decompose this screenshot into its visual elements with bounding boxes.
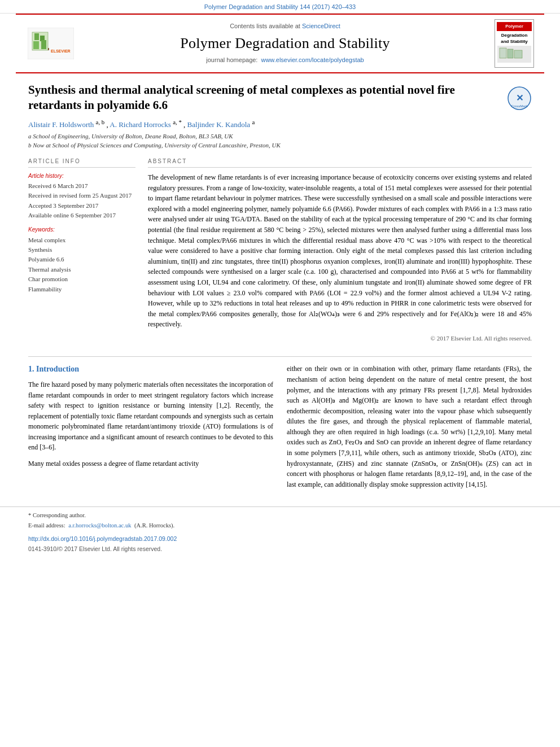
svg-text:✕: ✕	[516, 93, 523, 103]
intro-para-1: The fire hazard posed by many polymeric …	[28, 379, 273, 453]
history-label: Article history:	[28, 172, 135, 180]
abstract-text: The development of new flame retardants …	[148, 172, 532, 330]
section-divider	[28, 356, 532, 357]
svg-rect-10	[508, 49, 513, 58]
body-text-area: 1. Introduction The fire hazard posed by…	[0, 364, 560, 506]
keyword-5: Char promotion	[28, 275, 135, 283]
journal-reference: Polymer Degradation and Stability 144 (2…	[204, 3, 356, 10]
email-label: E-mail address:	[28, 522, 65, 528]
svg-rect-11	[514, 50, 522, 58]
svg-text:CrossMark: CrossMark	[511, 104, 528, 108]
body-col-left: 1. Introduction The fire hazard posed by…	[28, 364, 273, 495]
top-bar: Polymer Degradation and Stability 144 (2…	[0, 0, 560, 14]
author-1: Alistair F. Holdsworth	[28, 120, 94, 129]
journal-title: Polymer Degradation and Stability	[81, 33, 489, 54]
issn-line: 0141-3910/© 2017 Elsevier Ltd. All right…	[28, 545, 532, 553]
svg-rect-4	[33, 41, 39, 49]
keyword-6: Flammability	[28, 285, 135, 294]
homepage-link[interactable]: www.elsevier.com/locate/polydegstab	[261, 56, 364, 63]
received-revised: Received in revised form 25 August 2017	[28, 191, 135, 200]
journal-header-center: Contents lists available at ScienceDirec…	[81, 22, 489, 64]
doi-link[interactable]: http://dx.doi.org/10.1016/j.polymdegrads…	[28, 535, 177, 542]
journal-logo-box: Polymer Degradation and Stability	[495, 19, 534, 67]
available-online: Available online 6 September 2017	[28, 211, 135, 220]
article-info-label: ARTICLE INFO	[28, 158, 135, 168]
elsevier-tree-icon: ELSEVIER	[28, 28, 74, 59]
authors-line: Alistair F. Holdsworth a, b , A. Richard…	[28, 118, 532, 130]
affiliation-a: a School of Engineering, University of B…	[28, 132, 532, 141]
received-date: Received 6 March 2017	[28, 182, 135, 190]
affiliations: a School of Engineering, University of B…	[28, 132, 532, 150]
logo-graphic	[497, 46, 531, 63]
author-3: Baljinder K. Kandola	[187, 120, 251, 129]
article-title: Synthesis and thermal analytical screeni…	[28, 82, 501, 113]
body-col-right: either on their own or in combination wi…	[287, 364, 532, 495]
abstract-column: ABSTRACT The development of new flame re…	[148, 158, 532, 343]
elsevier-logo: ELSEVIER	[26, 28, 76, 59]
two-column-section: ARTICLE INFO Article history: Received 6…	[28, 158, 532, 343]
intro-heading: 1. Introduction	[28, 364, 273, 375]
email-line: E-mail address: a.r.horrocks@bolton.ac.u…	[28, 522, 532, 530]
article-title-row: Synthesis and thermal analytical screeni…	[28, 82, 532, 113]
abstract-label: ABSTRACT	[148, 158, 532, 168]
email-link[interactable]: a.r.horrocks@bolton.ac.uk	[68, 522, 131, 528]
logo-text: Degradation and Stability	[497, 32, 532, 45]
copyright-line: © 2017 Elsevier Ltd. All rights reserved…	[148, 334, 532, 343]
sciencedirect-link[interactable]: ScienceDirect	[302, 23, 340, 29]
keyword-3: Polyamide 6.6	[28, 255, 135, 264]
sciencedirect-line: Contents lists available at ScienceDirec…	[81, 22, 489, 30]
keyword-2: Synthesis	[28, 246, 135, 254]
intro-para-2: Many metal oxides possess a degree of fl…	[28, 458, 273, 469]
keywords-label: Keywords:	[28, 226, 135, 234]
doi-line: http://dx.doi.org/10.1016/j.polymdegrads…	[28, 534, 532, 544]
article-area: Synthesis and thermal analytical screeni…	[0, 73, 560, 349]
intro-para-right: either on their own or in combination wi…	[287, 364, 532, 490]
crossmark-icon: ✕ CrossMark	[507, 86, 532, 111]
author-2: A. Richard Horrocks	[110, 120, 171, 129]
keyword-4: Thermal analysis	[28, 265, 135, 274]
two-col-body: 1. Introduction The fire hazard posed by…	[28, 364, 532, 495]
svg-rect-9	[500, 48, 506, 58]
crossmark-logo: ✕ CrossMark	[507, 86, 532, 113]
svg-rect-6	[48, 48, 49, 50]
svg-text:ELSEVIER: ELSEVIER	[51, 49, 71, 53]
affiliation-b: b Now at School of Physical Sciences and…	[28, 141, 532, 150]
corresponding-note: * Corresponding author.	[28, 512, 532, 520]
article-info-column: ARTICLE INFO Article history: Received 6…	[28, 158, 135, 343]
email-suffix: (A.R. Horrocks).	[134, 522, 174, 528]
homepage-line: journal homepage: www.elsevier.com/locat…	[81, 56, 489, 64]
journal-header: ELSEVIER Contents lists available at Sci…	[16, 14, 544, 73]
footnotes-area: * Corresponding author. E-mail address: …	[0, 506, 560, 560]
svg-rect-2	[34, 33, 39, 40]
accepted-date: Accepted 3 September 2017	[28, 202, 135, 210]
logo-red-bar: Polymer	[497, 22, 532, 30]
svg-rect-5	[41, 40, 46, 49]
keyword-1: Metal complex	[28, 236, 135, 244]
